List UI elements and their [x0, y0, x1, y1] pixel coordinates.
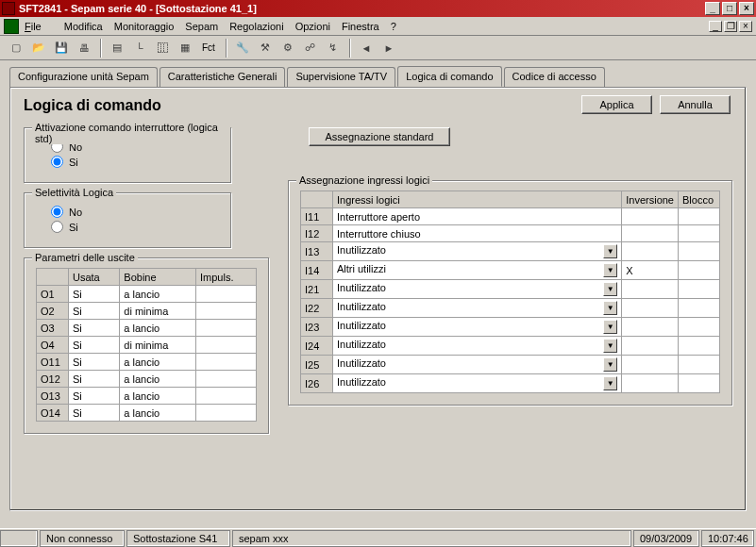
cell-ingressi[interactable]: Interruttore aperto: [333, 208, 622, 225]
cell-bobine[interactable]: di minima: [120, 303, 196, 320]
chevron-down-icon[interactable]: ▼: [603, 263, 617, 277]
next-icon[interactable]: ►: [378, 38, 399, 58]
cell-bobine[interactable]: di minima: [120, 337, 196, 354]
cell-usata[interactable]: Si: [69, 388, 120, 405]
radio-att-si[interactable]: [51, 156, 63, 168]
cell-inversione[interactable]: X: [622, 261, 679, 280]
mdi-minimize-button[interactable]: _: [709, 21, 722, 32]
prev-icon[interactable]: ◄: [356, 38, 377, 58]
cell-usata[interactable]: Si: [69, 354, 120, 371]
tab-caratteristiche[interactable]: Caratteristiche Generali: [160, 67, 286, 88]
cell-blocco[interactable]: [679, 299, 720, 318]
cell-impuls[interactable]: [196, 286, 257, 303]
cell-blocco[interactable]: [679, 208, 720, 225]
cell-inversione[interactable]: [622, 280, 679, 299]
cell-impuls[interactable]: [196, 405, 257, 422]
menu-sepam[interactable]: Sepam: [185, 21, 218, 32]
cell-inversione[interactable]: [622, 318, 679, 337]
cell-inversione[interactable]: [622, 225, 679, 242]
cell-bobine[interactable]: a lancio: [120, 286, 196, 303]
chevron-down-icon[interactable]: ▼: [603, 244, 617, 258]
radio-sel-no[interactable]: [51, 206, 63, 218]
cell-inversione[interactable]: [622, 374, 679, 393]
cell-inversione[interactable]: [622, 208, 679, 225]
hammer-icon[interactable]: ⚙: [277, 38, 298, 58]
mdi-restore-button[interactable]: ❐: [724, 21, 737, 32]
cell-impuls[interactable]: [196, 303, 257, 320]
new-icon[interactable]: ▢: [6, 38, 26, 58]
cell-usata[interactable]: Si: [69, 286, 120, 303]
cell-ingressi[interactable]: Altri utilizzi▼: [333, 261, 622, 280]
cell-bobine[interactable]: a lancio: [120, 320, 196, 337]
cell-inversione[interactable]: [622, 299, 679, 318]
tab-logica-comando[interactable]: Logica di comando: [397, 66, 501, 87]
cell-ingressi[interactable]: Inutilizzato▼: [333, 280, 622, 299]
cell-blocco[interactable]: [679, 225, 720, 242]
antenna-icon[interactable]: ↯: [323, 38, 344, 58]
open-icon[interactable]: 📂: [28, 38, 49, 58]
chevron-down-icon[interactable]: ▼: [603, 320, 617, 334]
menu-modifica[interactable]: Modifica: [64, 21, 103, 32]
chevron-down-icon[interactable]: ▼: [603, 301, 617, 315]
cell-inversione[interactable]: [622, 337, 679, 356]
menu-finestra[interactable]: Finestra: [342, 21, 379, 32]
cell-blocco[interactable]: [679, 242, 720, 261]
wrench-icon[interactable]: 🔧: [232, 38, 253, 58]
cell-blocco[interactable]: [679, 318, 720, 337]
cell-impuls[interactable]: [196, 354, 257, 371]
cell-ingressi[interactable]: Inutilizzato▼: [333, 356, 622, 374]
menu-monitoraggio[interactable]: Monitoraggio: [114, 21, 175, 32]
mdi-close-button[interactable]: ×: [739, 21, 752, 32]
cell-blocco[interactable]: [679, 261, 720, 280]
cancel-button[interactable]: Annulla: [660, 95, 731, 114]
fct-button[interactable]: Fct: [197, 38, 220, 58]
chevron-down-icon[interactable]: ▼: [603, 357, 617, 372]
chevron-down-icon[interactable]: ▼: [603, 282, 617, 296]
cell-bobine[interactable]: a lancio: [120, 371, 196, 388]
cell-blocco[interactable]: [679, 374, 720, 393]
assign-standard-button[interactable]: Assegnazione standard: [309, 127, 450, 146]
cell-ingressi[interactable]: Inutilizzato▼: [333, 318, 622, 337]
cell-impuls[interactable]: [196, 371, 257, 388]
tab-config-sepam[interactable]: Configurazione unità Sepam: [9, 67, 158, 88]
tree-icon[interactable]: └: [129, 38, 150, 58]
cell-impuls[interactable]: [196, 337, 257, 354]
cell-inversione[interactable]: [622, 242, 679, 261]
cell-bobine[interactable]: a lancio: [120, 354, 196, 371]
cell-ingressi[interactable]: Inutilizzato▼: [333, 242, 622, 261]
cell-bobine[interactable]: a lancio: [120, 405, 196, 422]
cell-ingressi[interactable]: Inutilizzato▼: [333, 299, 622, 318]
menu-file[interactable]: File: [25, 21, 53, 32]
menu-opzioni[interactable]: Opzioni: [295, 21, 330, 32]
cell-usata[interactable]: Si: [69, 371, 120, 388]
cell-ingressi[interactable]: Inutilizzato▼: [333, 337, 622, 356]
cell-usata[interactable]: Si: [69, 320, 120, 337]
minimize-button[interactable]: _: [705, 2, 720, 15]
cell-usata[interactable]: Si: [69, 405, 120, 422]
cell-usata[interactable]: Si: [69, 337, 120, 354]
maximize-button[interactable]: □: [722, 2, 737, 15]
cell-bobine[interactable]: a lancio: [120, 388, 196, 405]
print-icon[interactable]: 🖶: [74, 38, 94, 58]
cell-impuls[interactable]: [196, 320, 257, 337]
cell-blocco[interactable]: [679, 280, 720, 299]
cell-blocco[interactable]: [679, 337, 720, 356]
graph-icon[interactable]: ⿲: [152, 38, 173, 58]
device-icon[interactable]: ▤: [107, 38, 127, 58]
menu-regolazioni[interactable]: Regolazioni: [229, 21, 283, 32]
wrench2-icon[interactable]: ⚒: [255, 38, 276, 58]
grid-icon[interactable]: ▦: [175, 38, 195, 58]
apply-button[interactable]: Applica: [581, 95, 652, 114]
save-icon[interactable]: 💾: [51, 38, 72, 58]
tool-icon[interactable]: ☍: [300, 38, 321, 58]
cell-blocco[interactable]: [679, 356, 720, 374]
cell-ingressi[interactable]: Interruttore chiuso: [333, 225, 622, 242]
chevron-down-icon[interactable]: ▼: [603, 339, 617, 353]
tab-codice-accesso[interactable]: Codice di accesso: [504, 67, 605, 88]
close-button[interactable]: ×: [739, 2, 754, 15]
cell-ingressi[interactable]: Inutilizzato▼: [333, 374, 622, 393]
chevron-down-icon[interactable]: ▼: [603, 376, 617, 390]
tab-supervisione[interactable]: Supervisione TA/TV: [287, 67, 395, 88]
cell-impuls[interactable]: [196, 388, 257, 405]
radio-sel-si[interactable]: [51, 221, 63, 233]
